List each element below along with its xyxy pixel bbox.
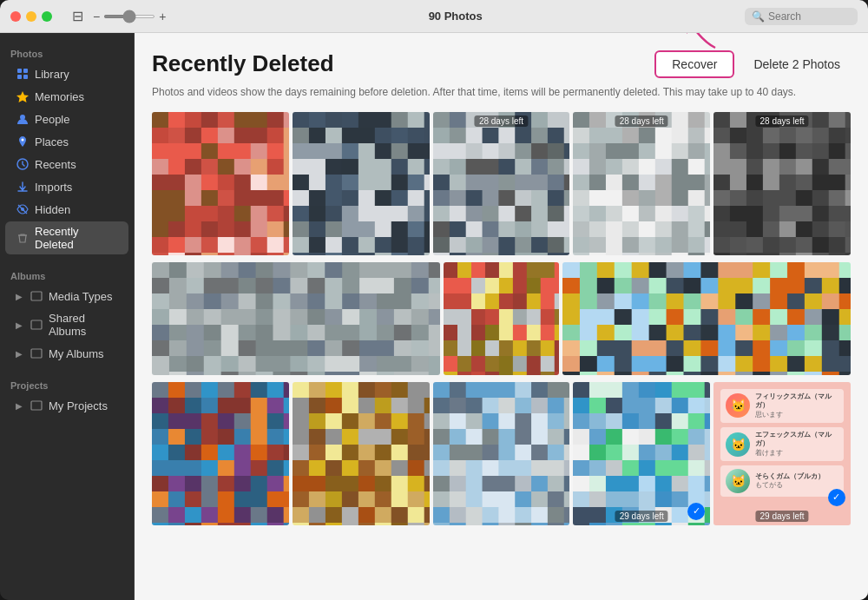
- photo-cell-1-2[interactable]: [293, 112, 430, 255]
- photo-cell-2-1[interactable]: [152, 262, 440, 375]
- sidebar-item-hidden-label: Hidden: [35, 203, 70, 216]
- sidebar-item-memories-label: Memories: [35, 90, 84, 103]
- recently-deleted-icon: [16, 231, 30, 245]
- photo-canvas-2-1: [152, 262, 440, 375]
- my-albums-icon: [30, 346, 43, 360]
- chevron-media-types-icon: ▶: [16, 292, 23, 301]
- sidebar-item-shared-albums-label: Shared Albums: [49, 312, 118, 338]
- photo-canvas-2-2: [444, 262, 559, 375]
- subtitle-text: Photos and videos show the days remainin…: [152, 85, 851, 100]
- photo-canvas-2-3: [562, 262, 851, 375]
- list-item-1: 🐱 フィリックスガム（マルガ） 思います: [720, 389, 844, 423]
- photo-row-1: 28 days left 28 days left 28 days left: [152, 112, 851, 255]
- list-item-2: 🐱 エフェックスガム（マルガ） 着けます: [720, 427, 844, 461]
- view-toggle-button[interactable]: ⊟: [69, 5, 86, 27]
- photo-canvas-3-1: [152, 382, 289, 525]
- svg-rect-14: [31, 401, 42, 410]
- sidebar-item-media-types[interactable]: ▶ Media Types: [5, 286, 128, 307]
- hidden-icon: [16, 202, 30, 216]
- memories-icon: [16, 89, 30, 103]
- photo-cell-3-1[interactable]: [152, 382, 289, 525]
- content-header: Recently Deleted Recover Del: [152, 50, 851, 78]
- photo-cell-2-2[interactable]: [444, 262, 559, 375]
- sidebar-item-my-albums[interactable]: ▶ My Albums: [5, 343, 128, 364]
- sidebar-item-media-types-label: Media Types: [49, 290, 112, 303]
- fullscreen-button[interactable]: [42, 11, 52, 22]
- photo-cell-3-2[interactable]: [293, 382, 430, 525]
- sidebar-item-imports-label: Imports: [35, 181, 72, 194]
- library-icon: [16, 67, 30, 81]
- my-projects-icon: [30, 399, 43, 412]
- photo-cell-3-5[interactable]: 🐱 フィリックスガム（マルガ） 思います: [713, 382, 851, 525]
- photo-canvas-1-2: [293, 112, 430, 255]
- close-button[interactable]: [10, 11, 21, 22]
- sidebar-item-shared-albums[interactable]: ▶ Shared Albums: [5, 308, 128, 341]
- photo-cell-1-3[interactable]: 28 days left: [433, 112, 570, 255]
- shared-albums-icon: [30, 318, 43, 332]
- sidebar-section-albums: Albums: [0, 262, 134, 285]
- sidebar-item-my-projects[interactable]: ▶ My Projects: [5, 395, 128, 416]
- sidebar-item-memories[interactable]: Memories: [5, 86, 128, 107]
- sidebar-item-recently-deleted-label: Recently Deleted: [35, 225, 118, 251]
- list-item-1-text: フィリックスガム（マルガ） 思います: [755, 392, 838, 419]
- photo-cell-3-3[interactable]: [433, 382, 570, 525]
- sidebar-item-places[interactable]: Places: [5, 131, 128, 152]
- zoom-minus-icon[interactable]: −: [93, 10, 100, 23]
- places-icon: [16, 135, 30, 148]
- media-types-icon: [30, 289, 43, 303]
- chevron-my-projects-icon: ▶: [16, 401, 23, 411]
- search-box[interactable]: 🔍: [745, 8, 858, 25]
- zoom-control: − +: [93, 10, 166, 23]
- search-input[interactable]: [768, 10, 851, 23]
- search-icon: 🔍: [752, 10, 765, 23]
- minimize-button[interactable]: [26, 11, 36, 22]
- recents-icon: [16, 157, 30, 171]
- photo-canvas-1-5: [713, 112, 851, 255]
- sidebar-item-hidden[interactable]: Hidden: [5, 199, 128, 220]
- sidebar-item-recently-deleted[interactable]: Recently Deleted: [5, 221, 128, 254]
- svg-point-6: [22, 139, 24, 142]
- people-icon: [16, 112, 30, 126]
- sidebar: Photos Library Memories People: [0, 33, 135, 600]
- avatar-2: 🐱: [726, 432, 750, 457]
- photo-canvas-1-3: [433, 112, 570, 255]
- photo-cell-2-3[interactable]: [562, 262, 851, 375]
- svg-rect-3: [23, 75, 28, 79]
- sidebar-item-my-projects-label: My Projects: [49, 399, 108, 412]
- sidebar-item-people[interactable]: People: [5, 109, 128, 129]
- sidebar-item-recents-label: Recents: [35, 158, 76, 171]
- photo-canvas-1-4: [573, 112, 710, 255]
- photos-grid: 28 days left 28 days left 28 days left: [152, 112, 851, 525]
- zoom-slider-input[interactable]: [103, 15, 155, 18]
- photo-cell-3-4[interactable]: ✓ 29 days left: [573, 382, 710, 525]
- content-area: Recently Deleted Recover Del: [135, 33, 868, 600]
- main-content: Recently Deleted Recover Del: [135, 33, 868, 600]
- svg-rect-0: [17, 69, 22, 73]
- svg-rect-2: [17, 75, 22, 79]
- sidebar-section-photos: Photos: [0, 40, 134, 63]
- page-title: Recently Deleted: [152, 50, 334, 77]
- check-badge-3-5: ✓: [828, 489, 845, 506]
- photo-cell-1-4[interactable]: 28 days left: [573, 112, 710, 255]
- zoom-plus-icon[interactable]: +: [159, 10, 166, 23]
- svg-rect-11: [31, 292, 42, 300]
- action-buttons: Recover Delete 2 Photos: [654, 50, 851, 78]
- arrow-annotation: [663, 33, 733, 52]
- chevron-shared-albums-icon: ▶: [16, 320, 23, 330]
- sidebar-item-library-label: Library: [35, 68, 69, 81]
- photo-cell-1-1[interactable]: [152, 112, 289, 255]
- photo-canvas-3-4: [573, 382, 710, 525]
- sidebar-item-places-label: Places: [35, 135, 69, 148]
- recover-button[interactable]: Recover: [654, 50, 734, 78]
- photo-canvas-3-3: [433, 382, 570, 525]
- sidebar-item-recents[interactable]: Recents: [5, 154, 128, 175]
- avatar-3: 🐱: [726, 469, 750, 493]
- sidebar-item-imports[interactable]: Imports: [5, 176, 128, 197]
- photo-cell-1-5[interactable]: 28 days left: [713, 112, 851, 255]
- sidebar-item-library[interactable]: Library: [5, 63, 128, 84]
- window-content: Photos Library Memories People: [0, 33, 868, 600]
- toolbar-title: 90 Photos: [173, 10, 738, 23]
- delete-button[interactable]: Delete 2 Photos: [743, 52, 851, 76]
- photo-row-3: ✓ 29 days left 🐱: [152, 382, 851, 525]
- imports-icon: [16, 180, 30, 194]
